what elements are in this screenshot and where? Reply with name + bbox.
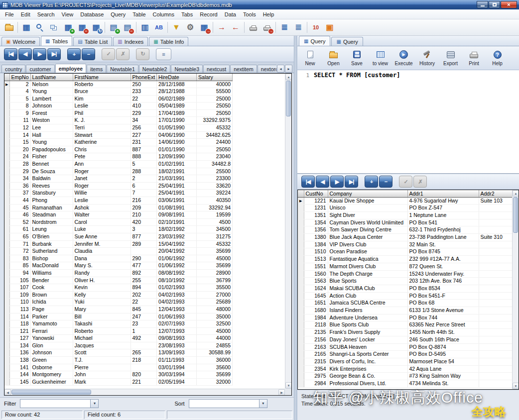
cell[interactable]: 08/10/1992 [157,277,197,284]
cell[interactable] [479,205,512,212]
cell[interactable] [479,219,512,226]
q-last-record-button[interactable]: ▶| [345,176,358,188]
cell[interactable]: 1563 [304,278,328,285]
cell[interactable]: 134 [9,342,30,349]
cell[interactable]: 2156 [304,336,328,343]
row-selector[interactable] [4,175,9,183]
cell[interactable]: 65 [9,233,30,240]
cell[interactable]: Z32 999 #12A-77 A.A. [407,256,479,263]
table-row[interactable]: 14HallStewart22704/06/199034482.625 [4,131,233,139]
cell[interactable]: 113 [9,306,30,313]
scroll-down-icon[interactable]: ▼ [513,383,519,389]
cell[interactable]: Ann [73,161,130,168]
cell[interactable]: Kelly [73,291,130,299]
table-row[interactable]: 113PageMary84512/04/199348000 [4,306,233,313]
cell[interactable]: Roger [73,168,130,175]
cell[interactable]: Guckenheimer [30,378,73,386]
cell[interactable]: Oliver H. [73,277,130,284]
cell[interactable]: 289 [130,240,157,248]
table-row[interactable]: 71BurbankJennifer M.28915/04/199245332 [4,240,233,248]
cell[interactable]: 34 [9,175,30,183]
menu-item-search[interactable]: Search [34,10,58,18]
table-tab-nextitem[interactable]: nextitem [230,65,257,73]
cell[interactable]: John [73,371,130,379]
cell[interactable]: 01/02/1993 [157,284,197,292]
table-row[interactable]: 114ParkerBill24701/06/199335000 [4,313,233,320]
table-tab-newtable1[interactable]: Newtable1 [107,65,138,73]
row-selector[interactable] [298,358,304,365]
row-selector[interactable] [4,109,9,117]
row-selector[interactable] [4,313,9,320]
cell[interactable]: Suite 103 [479,197,512,205]
table-row[interactable]: 121FerrariRoberto112/07/199345000 [4,327,233,335]
cell[interactable]: 34 [130,117,157,124]
vscroll-thumb[interactable] [286,81,291,116]
cell[interactable]: 2165 [304,351,328,358]
find-record-icon[interactable] [33,21,47,34]
cell[interactable]: Yuki [73,299,130,306]
cell[interactable]: Yamamoto [30,320,73,328]
cell[interactable]: PO Box Z-547 [407,205,479,212]
cell[interactable]: 35000 [197,313,233,320]
table-row[interactable]: 1551Marmot Divers Club872 Queen St. [298,263,512,270]
cell[interactable]: Davy Jones' Locker [328,336,407,343]
query-tab-2[interactable]: ▦Query [331,37,363,46]
tab-table-info[interactable]: ▦Table Info [149,37,188,46]
cell[interactable]: 20 [9,146,30,153]
cell[interactable]: PO Box D-5495 [407,351,479,358]
cell[interactable]: Steadman [30,211,73,219]
row-selector[interactable] [4,320,9,328]
row-selector[interactable] [4,277,9,284]
table-row[interactable]: 2984Professional Divers, Ltd.4734 Melind… [298,380,512,388]
cell[interactable]: 1351 [304,211,328,219]
cell[interactable]: Mark [73,378,130,386]
cell[interactable]: 18/02/1991 [157,168,197,175]
table-row[interactable]: 1984Adventure UnderseaPO Box 744 [298,314,512,321]
row-selector[interactable] [4,327,9,335]
cell[interactable]: Montgomery [30,371,73,379]
cell[interactable]: Kim [73,95,130,103]
table-row[interactable]: 20PapadopoulosChris88701/01/199025050 [4,146,233,153]
cell[interactable] [479,256,512,263]
cell[interactable]: 256 [130,124,157,132]
table-row[interactable]: 141OsbornePierre03/01/199435600 [4,364,233,371]
cell[interactable]: Frank's Divers Supply [328,329,407,336]
cell[interactable]: 1680 [304,307,328,315]
row-selector[interactable] [4,291,9,299]
cell[interactable]: PO Box 5451-F [407,292,479,300]
cell[interactable]: 218 [130,357,157,364]
table-tab-country[interactable]: country [1,65,25,73]
cell[interactable]: 2354 [304,365,328,373]
cell[interactable]: 01/06/1992 [157,255,197,262]
q-delete-record-button[interactable]: − [379,176,392,188]
cell[interactable]: 34482.8 [197,161,233,168]
cell[interactable] [479,358,512,365]
table-row[interactable]: 83BishopDana29001/06/199245000 [4,255,233,262]
cell[interactable]: 42 Aqua Lane [407,365,479,373]
row-selector[interactable] [4,131,9,139]
scroll-right-icon[interactable]: ▶ [278,389,285,396]
cell[interactable] [479,263,512,270]
table-row[interactable]: 65O'BrienSue Anne87723/03/199231275 [4,233,233,240]
q-next-record-button[interactable]: ▶ [330,176,344,188]
cell[interactable]: Young [30,88,73,96]
cell[interactable]: 25050 [197,109,233,117]
refresh-table-icon[interactable]: ▦↻ [89,21,103,34]
cell[interactable] [479,380,512,388]
cell[interactable]: 8 [9,103,30,110]
cell[interactable]: Makai SCUBA Club [328,285,407,292]
table-row[interactable]: 15YoungKatherine23114/06/199024400 [4,139,233,146]
table-row[interactable]: 36ReevesRoger625/04/199133620 [4,182,233,190]
row-selector[interactable] [4,233,9,240]
table-tab-nextcust[interactable]: nextcust [203,65,230,73]
cell[interactable] [479,336,512,343]
column-header-custno[interactable]: CustNo [304,190,328,197]
cancel-edit-button[interactable]: ✗ [116,48,130,60]
table-row[interactable]: 1645Action ClubPO Box 5451-F [298,292,512,300]
cell[interactable]: 2 [130,175,157,183]
database-grid-icon[interactable]: ≣ [291,21,305,34]
row-selector[interactable] [4,139,9,146]
cell[interactable]: 23 [130,320,157,328]
cell[interactable]: 11 [9,117,30,124]
table-row[interactable]: 1510Ocean ParadisePO Box 8745 [298,248,512,256]
